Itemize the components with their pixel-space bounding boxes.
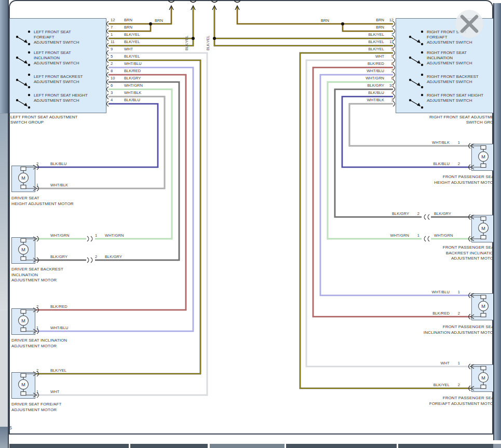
motor-label: FRONT PASSENGER SEAT BACKREST INCLINATIO…	[332, 245, 496, 262]
pin-number: 2	[413, 211, 419, 216]
close-icon	[455, 10, 483, 38]
pin-number: 5	[111, 55, 124, 59]
pin-number: 1	[454, 140, 460, 145]
wire-color-label: BLK/BLU	[332, 91, 384, 95]
pin-number: 2	[454, 161, 460, 166]
wire-color-label: WHT/BLK	[50, 183, 68, 187]
connector-pin-row: 7 BRN	[111, 25, 168, 33]
wire-color-label: WHT/BLK	[400, 140, 450, 145]
pin-number: 2	[454, 383, 460, 387]
connector-pin-row: 10 BLK/GRY	[111, 76, 168, 84]
wire-color-label: WHT/GRN	[362, 233, 409, 238]
left-scrollbar[interactable]	[0, 0, 9, 448]
pin-number: 9	[111, 47, 124, 51]
connector-pin-row: BLK/YEL 11	[332, 40, 394, 47]
taskbar-item[interactable]	[130, 444, 208, 448]
component-caption: LEFT FRONT SEAT ADJUSTMENT SWITCH GROUP	[10, 115, 78, 125]
driver-seat-backrest-motor-box	[11, 237, 35, 264]
switch-label: LEFT FRONT SEAT HEIGHT ADJUSTMENT SWITCH	[34, 93, 102, 103]
wire-color-label: BLK/RED	[332, 62, 384, 66]
connector-pin-row: WHT/BLU 2	[332, 69, 394, 76]
connector-pin-row: BLK/GRY 10	[332, 84, 394, 91]
taskbar-item[interactable]	[286, 444, 397, 448]
pin-number: 2	[454, 311, 460, 316]
wire-color-label: BLK/YEL	[332, 40, 384, 44]
pin-number: 1	[454, 290, 460, 294]
wire-color-label: BLK/GRY	[105, 254, 122, 259]
wire-color-label: BLK/YEL	[50, 368, 66, 373]
connector-pin-row: BLK/YEL 5	[332, 47, 394, 55]
wire-color-label: WHT/BLU	[124, 62, 142, 66]
pin-number: 4	[384, 91, 394, 95]
connector-pin-row: WHT/GRN 6	[332, 76, 394, 84]
wire-color-label: WHT/BLU	[50, 325, 68, 330]
pin-number: 6	[384, 76, 394, 80]
wire-color-label: BRN	[321, 18, 329, 23]
switch-label: LEFT FRONT SEAT INCLINATION ADJUSTMENT S…	[34, 50, 102, 66]
motor-label: DRIVER SEAT INCLINATION ADJUSTMENT MOTOR	[11, 338, 105, 349]
pin-number: 10	[111, 76, 124, 80]
connector-pin-row: 4 BLK/BLU	[111, 98, 168, 105]
wire-color-label-vertical: BLK/YEL	[206, 36, 210, 50]
close-button[interactable]	[455, 10, 483, 38]
passenger-seat-inclination-motor-box	[471, 293, 494, 320]
pin-number: 6	[111, 84, 124, 88]
right-scrollbar[interactable]	[493, 3, 501, 440]
wire-color-label: BRN	[124, 18, 132, 22]
passenger-seat-height-motor-box	[471, 144, 494, 171]
wire-color-label: BLK/GRY	[50, 254, 67, 259]
passenger-seat-backrest-motor-box	[471, 215, 494, 242]
pin-number: 1	[36, 183, 38, 187]
pin-number: 2	[36, 304, 38, 309]
left-scrollbar-lower-thumb[interactable]	[0, 427, 8, 448]
wiring-diagram-viewer: M M M M M M M M	[0, 0, 501, 448]
connector-pin-row: 5 BLK/YEL	[111, 55, 168, 62]
connector-pin-row: BLK/RED 8	[332, 62, 394, 69]
motor-label: FRONT PASSENGER SEAT HEIGHT ADJUSTMENT M…	[332, 174, 496, 185]
connector-pin-row: BRN 7	[332, 25, 394, 33]
pin-number: 4	[111, 98, 124, 102]
wire-color-label: BLK/YEL	[124, 33, 140, 37]
connector-pin-row: WHT 9	[332, 55, 394, 62]
wire-color-label: BLK/BLU	[124, 98, 140, 102]
wire-color-label: WHT	[400, 361, 450, 365]
driver-seat-foreaft-motor-box	[11, 372, 35, 399]
wire-color-label: WHT	[124, 47, 133, 51]
wire-color-label: BLK/RED	[124, 69, 141, 73]
pin-number: 3	[111, 91, 124, 95]
component-caption: RIGHT FRONT SEAT ADJUSTMENT SWITCH GROUP	[332, 115, 499, 125]
pin-number: 1	[95, 233, 97, 238]
left-scrollbar-thumb[interactable]	[0, 0, 8, 114]
pin-number: 7	[111, 25, 124, 30]
wire-color-label: BLK/YEL	[124, 55, 140, 59]
wire-color-label: BLK/BLU	[50, 161, 67, 166]
switch-label: LEFT FRONT SEAT FORE/AFT ADJUSTMENT SWIT…	[34, 30, 102, 46]
pin-number: 3	[384, 98, 394, 102]
pin-number: 11	[111, 40, 124, 44]
connector-pin-row: WHT/BLK 3	[332, 98, 394, 105]
taskbar-item-active[interactable]	[210, 444, 285, 448]
wire-color-label: WHT/GRN	[124, 84, 143, 88]
pin-number: 9	[384, 55, 394, 59]
taskbar-item[interactable]	[9, 444, 129, 448]
taskbar-item[interactable]	[398, 444, 493, 448]
connector-pin-row: 1 BLK/YEL	[111, 33, 168, 40]
pin-number: 11	[384, 40, 394, 44]
wire-color-label: BLK/YEL	[332, 33, 384, 37]
right-connector-pin-list: BRN 12 BRN 7 BLK/YEL 1 BLK/YEL 11 BLK/YE…	[332, 18, 394, 105]
wire-color-label: WHT/BLK	[124, 91, 141, 95]
motor-label: DRIVER SEAT BACKREST INCLINATION ADJUSTM…	[11, 267, 100, 283]
wire-color-label: BLK/GRY	[332, 84, 384, 88]
switch-label: RIGHT FRONT SEAT INCLINATION ADJUSTMENT …	[427, 50, 495, 66]
pin-number: 2	[95, 254, 97, 259]
pin-number: 2	[384, 69, 394, 73]
pin-number: 7	[384, 25, 394, 30]
wire-color-label: WHT	[332, 55, 384, 59]
pin-number: 2	[111, 62, 124, 66]
wire-color-label: BLK/RED	[50, 304, 67, 309]
motor-label: DRIVER SEAT FORE/AFT ADJUSTMENT MOTOR	[11, 402, 100, 413]
left-connector-pin-list: 12 BRN 7 BRN 1 BLK/YEL 11 BLK/YEL 9 WHT …	[111, 18, 168, 105]
switch-label: RIGHT FRONT BACKREST ADJUSTMENT SWITCH	[427, 74, 495, 85]
wire-color-label: WHT/GRN	[434, 233, 453, 238]
wire-color-label: WHT/GRN	[105, 233, 124, 238]
